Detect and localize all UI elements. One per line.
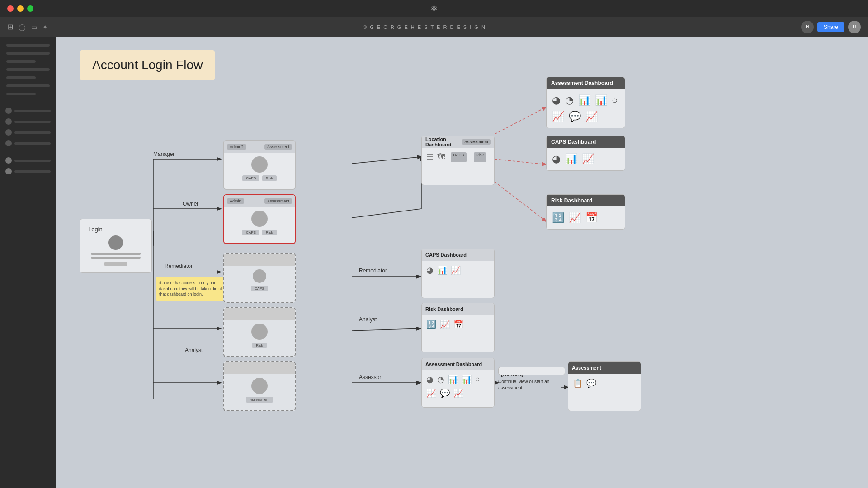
brand-label: © G E O R G E H E S T E R D E S I G N bbox=[363, 24, 486, 30]
minimize-button[interactable] bbox=[17, 5, 24, 12]
titlebar: ⚛ ··· bbox=[0, 0, 868, 17]
owner-label: Owner bbox=[183, 201, 198, 207]
ld-cal2: 📅 bbox=[585, 212, 598, 224]
sidebar-row-line bbox=[14, 121, 51, 123]
manager-screen-body: CAPS Risk bbox=[224, 153, 295, 185]
pie2-icon: ◕ bbox=[426, 375, 434, 385]
assessor-screen-body: Assessment bbox=[224, 374, 295, 406]
assessment-final-header: Assessment bbox=[568, 362, 641, 374]
location-dashboard: Location Dashboard Assessment ☰ 🗺 CAPS R… bbox=[421, 136, 495, 185]
remediator-left-label: Remediator bbox=[165, 263, 193, 269]
owner-screen-body: CAPS Risk bbox=[224, 207, 295, 239]
sidebar-row bbox=[4, 128, 52, 136]
owner-screen-header: Admin Assessment bbox=[224, 195, 295, 207]
assessment-large-body: ◕ ◔ 📊 📊 ○ 📈 💬 📈 bbox=[547, 89, 625, 128]
login-field-2 bbox=[91, 257, 141, 259]
ld-calc2: 🔢 bbox=[552, 212, 564, 224]
manager-btns: CAPS Risk bbox=[242, 175, 276, 181]
content: Account Login Flow Login If a user has a… bbox=[56, 37, 868, 488]
sidebar-item bbox=[6, 84, 50, 87]
analyst-right-label: Analyst bbox=[359, 316, 377, 323]
window-controls[interactable] bbox=[7, 5, 33, 12]
location-dash-header: Location Dashboard Assessment bbox=[422, 136, 494, 148]
remediator-screen: CAPS bbox=[223, 253, 296, 303]
sidebar-row-line bbox=[14, 131, 51, 134]
area2-icon: 📈 bbox=[426, 388, 436, 398]
ld-pie2: ◔ bbox=[565, 94, 574, 106]
assessor-screen: Assessment bbox=[223, 361, 296, 411]
caps-btn3: CAPS bbox=[251, 286, 268, 291]
analyst-avatar bbox=[251, 324, 268, 340]
assessment-tag3: Assessment bbox=[462, 139, 491, 145]
calc-icon: 🔢 bbox=[426, 319, 436, 329]
sidebar-circle bbox=[5, 118, 12, 125]
note-text: If a user has access to only one dashboa… bbox=[159, 281, 229, 296]
chat2-icon: 💬 bbox=[586, 378, 596, 388]
user-avatar-2[interactable]: U bbox=[848, 21, 861, 33]
caps-dash-icons: ◕ 📊 📈 bbox=[422, 261, 494, 280]
caps-dash-header: CAPS Dashboard bbox=[422, 249, 494, 261]
circle-icon[interactable]: ◯ bbox=[19, 23, 26, 31]
assessment-dashboard-bot: Assessment Dashboard ◕ ◔ 📊 📊 ○ 📈 💬 📈 bbox=[421, 358, 495, 408]
owner-avatar bbox=[251, 211, 268, 227]
maximize-button[interactable] bbox=[27, 5, 33, 12]
sidebar-row bbox=[4, 139, 52, 147]
owner-btns: CAPS Risk bbox=[242, 230, 276, 235]
ld-trend1: 📈 bbox=[585, 111, 598, 122]
ld-area1: 📈 bbox=[552, 111, 564, 122]
area-icon: 📈 bbox=[451, 265, 461, 275]
pie3-icon: ◔ bbox=[437, 375, 444, 385]
assessment-dash-bot-header: Assessment Dashboard bbox=[422, 358, 494, 370]
manager-screen: Admin? Assessment CAPS Risk bbox=[223, 140, 296, 190]
close-button[interactable] bbox=[7, 5, 14, 12]
manager-label: Manager bbox=[153, 151, 175, 157]
admin-tag: Admin? bbox=[227, 144, 246, 150]
owner-screen: Admin Assessment CAPS Risk bbox=[223, 194, 296, 244]
user-avatar[interactable]: H bbox=[801, 21, 814, 33]
assessment-final: Assessment 📋 💬 bbox=[568, 361, 641, 411]
sidebar-row-line bbox=[14, 142, 51, 145]
analyst-label: Analyst bbox=[185, 347, 203, 353]
risk-btn3: Risk bbox=[252, 343, 267, 348]
login-field-1 bbox=[91, 253, 141, 255]
action-desc: Continue, view or start an assessment bbox=[498, 379, 561, 391]
svg-line-9 bbox=[352, 209, 421, 218]
analyst-screen-header bbox=[224, 308, 295, 320]
action-box bbox=[498, 367, 565, 375]
ld-pie1: ◕ bbox=[552, 94, 561, 106]
pen-icon[interactable]: ✦ bbox=[42, 23, 48, 31]
assessment-btn: Assessment bbox=[246, 397, 273, 403]
share-button[interactable]: Share bbox=[817, 22, 844, 32]
risk-dash-large: Risk Dashboard 🔢 📈 📅 bbox=[546, 194, 625, 230]
grid-icon[interactable]: ⊞ bbox=[7, 23, 13, 31]
toolbar-left: ⊞ ◯ ▭ ✦ bbox=[7, 23, 48, 31]
trend-icon: 📈 bbox=[440, 319, 450, 329]
toolbar-right[interactable]: H Share U bbox=[801, 21, 861, 33]
analyst-btns: Risk bbox=[252, 343, 267, 348]
rect-icon[interactable]: ▭ bbox=[31, 23, 37, 31]
login-title: Login bbox=[88, 226, 103, 233]
risk-large-header: Risk Dashboard bbox=[547, 195, 625, 206]
assessor-avatar bbox=[251, 378, 268, 394]
sidebar-circle bbox=[5, 140, 12, 146]
caps-large-header: CAPS Dashboard bbox=[547, 136, 625, 148]
ld-bar3: 📊 bbox=[565, 153, 577, 165]
assessment-dash-large: Assessment Dashboard ◕ ◔ 📊 📊 ○ 📈 💬 📈 bbox=[546, 77, 625, 128]
ld-trend3: 📈 bbox=[569, 212, 581, 224]
login-submit bbox=[104, 262, 127, 266]
sidebar-circle bbox=[5, 129, 12, 136]
ld-bar1: 📊 bbox=[578, 94, 590, 106]
remediator-right-label: Remediator bbox=[359, 267, 387, 274]
bar-icon: 📊 bbox=[437, 265, 447, 275]
sidebar-item bbox=[6, 76, 36, 79]
sidebar-row bbox=[4, 156, 52, 164]
map-icon: 🗺 bbox=[437, 152, 445, 162]
menu-dots: ··· bbox=[853, 5, 861, 12]
risk-btn2: Risk bbox=[262, 230, 277, 235]
caps-large-body: ◕ 📊 📈 bbox=[547, 148, 625, 170]
login-box: Login bbox=[80, 219, 152, 273]
assessment-final-icons: 📋 💬 bbox=[568, 374, 641, 393]
toolbar: ⊞ ◯ ▭ ✦ © G E O R G E H E S T E R D E S … bbox=[0, 17, 868, 37]
sidebar-item bbox=[6, 44, 50, 47]
location-dash-icons: ☰ 🗺 CAPS Risk bbox=[422, 148, 494, 167]
